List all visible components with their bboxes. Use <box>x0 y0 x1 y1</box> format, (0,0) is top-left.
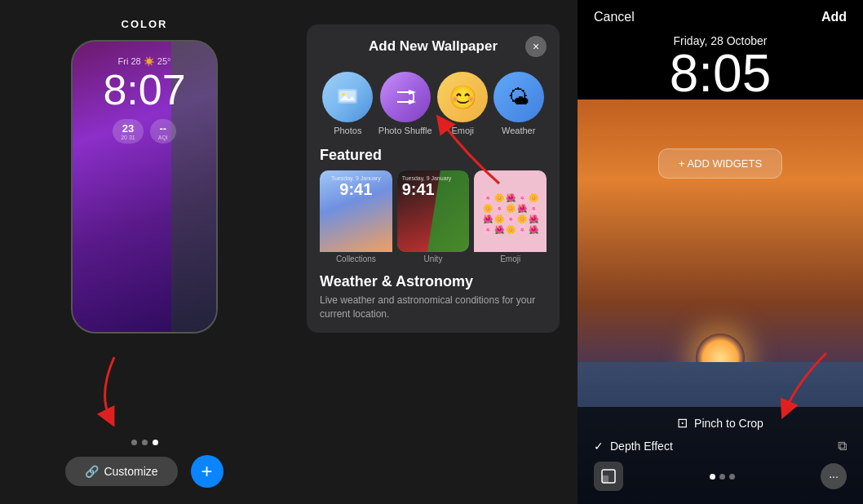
shuffle-icon <box>392 84 418 110</box>
focus-icon: 🔗 <box>85 465 99 478</box>
widget-calendar: 23 20 31 <box>113 119 144 144</box>
widget-aqi-num: -- <box>159 122 166 135</box>
weather-section-title: Weather & Astronomy <box>320 273 547 290</box>
unity-time: 9:41 <box>402 181 465 197</box>
emoji-icon-circle[interactable]: 😊 <box>437 72 488 122</box>
layers-icon: ⧉ <box>838 439 847 453</box>
wp-photos-item[interactable]: Photos <box>322 72 373 135</box>
panel-crop: Cancel Add Friday, 28 October 8:05 + ADD… <box>578 0 863 504</box>
unity-label: Unity <box>397 254 470 263</box>
dot-2 <box>142 440 148 445</box>
emoji-grid-display: 🌸🌼🌺🌸🌼 🌼🌸🌼🌺🌸 🌺🌼🌸🌼🌺 🌸🌺🌼🌸🌺 <box>480 190 542 237</box>
widget-aqi: -- AQI <box>150 119 176 144</box>
weather-icon: 🌤 <box>508 85 529 110</box>
modal-close-button[interactable]: × <box>525 36 547 57</box>
checkmark-icon: ✓ <box>594 440 604 453</box>
featured-grid: Tuesday, 9 January 9:41 Collections Tues… <box>320 170 547 263</box>
widget-aqi-sub: AQI <box>158 135 168 140</box>
add-icon: + <box>201 460 213 483</box>
depth-left: ✓ Depth Effect <box>594 440 673 453</box>
add-label-button[interactable]: Add <box>821 10 847 24</box>
emoji-icon: 😊 <box>449 84 477 111</box>
featured-unity[interactable]: Tuesday, 9 January 9:41 Unity <box>397 170 470 263</box>
wallpaper-modal: Add New Wallpaper × Photos <box>307 24 560 333</box>
featured-collections[interactable]: Tuesday, 9 January 9:41 Collections <box>320 170 392 263</box>
panel3-topbar: Cancel Add <box>578 0 863 31</box>
emoji-label: Emoji <box>451 126 474 135</box>
wp-weather-item[interactable]: 🌤 Weather <box>493 72 544 135</box>
emoji-item-label: Emoji <box>474 254 547 263</box>
wallpaper-type-icons: Photos Photo Shuffle 😊 <box>307 64 560 140</box>
panel-color: COLOR Fri 28 ☀️ 25° 8:07 23 20 31 -- AQI <box>0 0 289 504</box>
modal-title: Add New Wallpaper <box>341 38 525 55</box>
dot-1 <box>131 440 137 445</box>
widget-calendar-num: 23 <box>122 122 134 135</box>
p3-time: 8:05 <box>670 47 772 99</box>
p3-dot-2 <box>719 474 725 480</box>
depth-label: Depth Effect <box>610 440 673 453</box>
shuffle-label: Photo Shuffle <box>378 126 432 135</box>
modal-header: Add New Wallpaper × <box>307 24 560 64</box>
arrow-customize <box>82 353 147 427</box>
more-options-button[interactable]: ··· <box>821 463 847 489</box>
weather-section-desc: Live weather and astronomical conditions… <box>320 294 547 321</box>
featured-emoji[interactable]: 🌸🌼🌺🌸🌼 🌼🌸🌼🌺🌸 🌺🌼🌸🌼🌺 🌸🌺🌼🌸🌺 Emoji <box>474 170 547 263</box>
wp-emoji-item[interactable]: 😊 Emoji <box>437 72 488 135</box>
unity-text: Tuesday, 9 January 9:41 <box>397 170 470 197</box>
p3-widgets-area: + ADD WIDGETS <box>592 148 849 179</box>
weather-section: Weather & Astronomy Live weather and ast… <box>307 267 560 333</box>
pinch-to-crop-row: ⊡ Pinch to Crop <box>594 415 847 431</box>
emoji-img: 🌸🌼🌺🌸🌼 🌼🌸🌼🌺🌸 🌺🌼🌸🌼🌺 🌸🌺🌼🌸🌺 <box>474 170 547 252</box>
cancel-button[interactable]: Cancel <box>594 10 635 24</box>
photos-label: Photos <box>334 126 361 135</box>
collections-img: Tuesday, 9 January 9:41 <box>320 170 392 252</box>
widget-calendar-sub: 20 31 <box>121 135 135 140</box>
gallery-icon-svg <box>600 468 617 484</box>
ellipsis-icon: ··· <box>829 470 839 483</box>
panel-add-wallpaper: Add New Wallpaper × Photos <box>289 0 578 504</box>
unity-img: Tuesday, 9 January 9:41 <box>397 170 470 252</box>
bottom-bar: 🔗 Customize + <box>65 455 223 488</box>
pinch-label: Pinch to Crop <box>694 417 763 430</box>
photos-icon <box>334 84 361 110</box>
svg-rect-5 <box>602 475 609 483</box>
p3-dot-3 <box>729 474 735 480</box>
dot-3-active <box>153 440 158 445</box>
wp-shuffle-item[interactable]: Photo Shuffle <box>378 72 432 135</box>
weather-label: Weather <box>502 126 535 135</box>
p3-dot-1-active <box>710 474 715 480</box>
panel1-bottom: 🔗 Customize + <box>0 440 289 504</box>
panel1-title: COLOR <box>122 18 168 30</box>
photos-icon-circle[interactable] <box>322 72 373 122</box>
add-widgets-button[interactable]: + ADD WIDGETS <box>658 148 782 179</box>
featured-section: Featured Tuesday, 9 January 9:41 Collect… <box>307 140 560 267</box>
svg-point-2 <box>342 93 345 96</box>
add-widgets-label: + ADD WIDGETS <box>679 157 762 170</box>
customize-label: Customize <box>104 465 157 478</box>
depth-effect-row: ✓ Depth Effect ⧉ <box>594 439 847 453</box>
phone-time: 8:07 <box>103 69 185 111</box>
gallery-icon-button[interactable] <box>594 462 623 491</box>
collections-label: Collections <box>320 254 392 263</box>
crop-icon: ⊡ <box>677 415 688 431</box>
add-button[interactable]: + <box>191 455 223 488</box>
weather-icon-circle[interactable]: 🌤 <box>493 72 544 122</box>
phone-preview: Fri 28 ☀️ 25° 8:07 23 20 31 -- AQI <box>71 40 218 334</box>
p3-dots-bar: ··· <box>594 462 847 491</box>
phone-widgets: 23 20 31 -- AQI <box>113 119 176 144</box>
shuffle-icon-circle[interactable] <box>380 72 431 122</box>
featured-title: Featured <box>320 147 547 164</box>
collections-time: 9:41 <box>339 181 372 197</box>
p3-bottom-controls: ⊡ Pinch to Crop ✓ Depth Effect ⧉ <box>578 407 863 504</box>
customize-button[interactable]: 🔗 Customize <box>65 457 177 486</box>
dots-row <box>131 440 158 445</box>
p3-page-dots <box>710 474 735 480</box>
